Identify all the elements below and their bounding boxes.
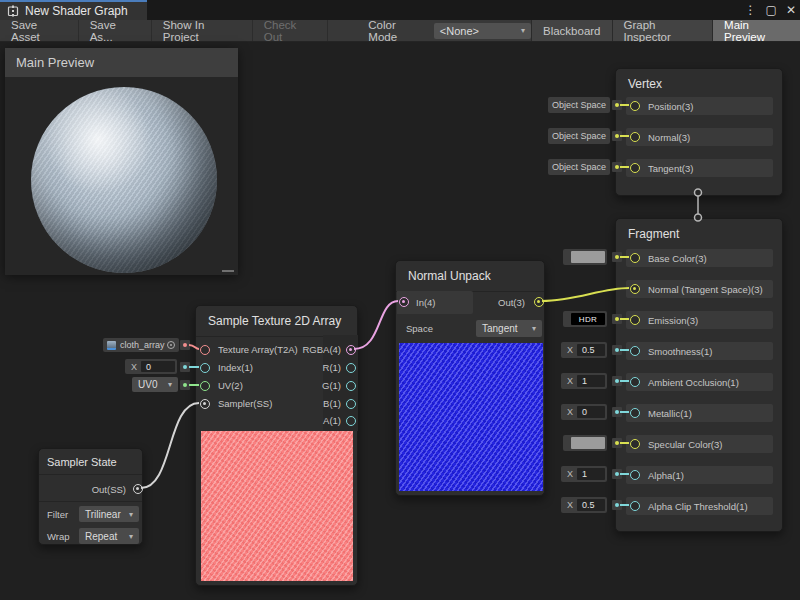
node-sample-texture-2d-array[interactable]: Sample Texture 2D Array Texture Array(T2… — [195, 305, 358, 586]
port-specular-color[interactable] — [630, 439, 640, 449]
port-rgba[interactable] — [346, 345, 356, 355]
port-normal-tangent-space[interactable] — [630, 284, 640, 294]
port-emission[interactable] — [630, 315, 640, 325]
row-label: Base Color(3) — [648, 253, 707, 264]
value-field[interactable]: 0.5 — [577, 499, 605, 511]
ambient-occlusion-default-input[interactable]: X1 — [561, 373, 607, 389]
title-bar: New Shader Graph ⋮ ▢ ✕ — [0, 0, 800, 20]
binding-dot — [612, 407, 622, 417]
main-preview-button[interactable]: Main Preview — [712, 20, 800, 41]
port-position[interactable] — [630, 101, 640, 111]
port-texture-array[interactable] — [200, 345, 210, 355]
port-out[interactable] — [534, 297, 544, 307]
port-r[interactable] — [346, 363, 356, 373]
binding-dot — [180, 340, 190, 350]
main-preview-panel[interactable]: Main Preview — [5, 48, 238, 275]
uv-channel-dropdown[interactable]: UV0 — [132, 377, 178, 392]
position-space-binding[interactable]: Object Space — [548, 97, 610, 113]
base-color-swatch[interactable] — [563, 249, 607, 265]
shader-graph-icon — [7, 5, 19, 17]
maximize-icon[interactable]: ▢ — [766, 3, 777, 17]
port-out-ss[interactable] — [133, 484, 143, 494]
object-picker-icon[interactable] — [167, 341, 175, 349]
tangent-space-binding[interactable]: Object Space — [548, 159, 610, 175]
row-label: Alpha(1) — [648, 470, 684, 481]
node-sampler-state[interactable]: Sampler State Out(SS) Filter Trilinear W… — [38, 448, 143, 545]
graph-canvas[interactable]: Main Preview Vertex Position(3) Normal(3… — [0, 42, 800, 600]
binding-dot — [180, 380, 190, 390]
node-title: Fragment — [616, 219, 782, 247]
value-field[interactable]: 1 — [577, 468, 605, 480]
binding-dot — [612, 162, 622, 172]
alpha-default-input[interactable]: X1 — [561, 466, 607, 482]
row-label: RGBA(4) — [302, 344, 341, 355]
value-field[interactable]: 0 — [141, 361, 175, 372]
sample-texture-preview — [201, 431, 353, 581]
binding-dot — [612, 100, 622, 110]
index-default-input[interactable]: X 0 — [125, 359, 177, 374]
port-sampler[interactable] — [200, 399, 210, 409]
node-vertex[interactable]: Vertex Position(3) Normal(3) Tangent(3) — [615, 68, 783, 196]
hdr-color-field[interactable]: HDR — [571, 313, 605, 325]
graph-inspector-button[interactable]: Graph Inspector — [612, 20, 713, 41]
texture-array-property-chip[interactable]: cloth_array — [103, 338, 179, 352]
row-label: B(1) — [323, 398, 341, 409]
normal-space-binding[interactable]: Object Space — [548, 128, 610, 144]
port-base-color[interactable] — [630, 253, 640, 263]
emission-hdr-field[interactable]: HDR — [563, 311, 607, 327]
preview-resize-handle[interactable] — [222, 270, 234, 272]
port-alpha-clip-threshold[interactable] — [630, 501, 640, 511]
port-uv[interactable] — [200, 381, 210, 391]
port-metallic[interactable] — [630, 408, 640, 418]
row-label: Ambient Occlusion(1) — [648, 377, 739, 388]
port-alpha[interactable] — [630, 470, 640, 480]
row-label: G(1) — [322, 380, 341, 391]
binding-dot — [612, 438, 622, 448]
menu-icon[interactable]: ⋮ — [745, 3, 757, 17]
divider — [39, 501, 142, 502]
space-label: Space — [406, 323, 433, 334]
show-in-project-button[interactable]: Show In Project — [152, 20, 253, 41]
smoothness-default-input[interactable]: X0.5 — [561, 342, 607, 358]
check-out-button[interactable]: Check Out — [253, 20, 329, 41]
specular-color-swatch[interactable] — [563, 435, 607, 451]
value-field[interactable]: 0 — [577, 406, 605, 418]
filter-dropdown[interactable]: Trilinear — [79, 506, 139, 522]
value-field[interactable]: 0.5 — [577, 344, 605, 356]
port-tangent[interactable] — [630, 163, 640, 173]
value-field[interactable]: 1 — [577, 375, 605, 387]
node-title: Vertex — [616, 69, 782, 97]
port-ambient-occlusion[interactable] — [630, 377, 640, 387]
port-g[interactable] — [346, 381, 356, 391]
blackboard-button[interactable]: Blackboard — [531, 20, 612, 41]
node-normal-unpack[interactable]: Normal Unpack In(4) Out(3) Space Tangent — [395, 260, 545, 496]
tab-new-shader-graph[interactable]: New Shader Graph — [0, 0, 147, 20]
filter-label: Filter — [47, 509, 68, 520]
binding-dot — [612, 345, 622, 355]
texture-asset-name: cloth_array — [120, 340, 165, 350]
wrap-dropdown[interactable]: Repeat — [79, 528, 139, 544]
row-label: Emission(3) — [648, 315, 698, 326]
node-fragment[interactable]: Fragment Base Color(3) Normal (Tangent S… — [615, 218, 783, 532]
port-a[interactable] — [346, 416, 356, 426]
wrap-label: Wrap — [47, 531, 70, 542]
color-swatch — [571, 251, 605, 263]
color-mode-dropdown[interactable]: <None> — [434, 23, 531, 39]
row-label: In(4) — [416, 297, 436, 308]
port-b[interactable] — [346, 399, 356, 409]
port-index[interactable] — [200, 363, 210, 373]
node-title: Sample Texture 2D Array — [196, 306, 357, 337]
space-dropdown[interactable]: Tangent — [476, 320, 542, 337]
row-label: Specular Color(3) — [648, 439, 722, 450]
row-label: A(1) — [323, 415, 341, 426]
save-as-button[interactable]: Save As... — [79, 20, 152, 41]
alpha-clip-default-input[interactable]: X0.5 — [561, 497, 607, 513]
close-icon[interactable]: ✕ — [786, 3, 796, 17]
port-in[interactable] — [399, 297, 409, 307]
main-preview-header[interactable]: Main Preview — [5, 48, 238, 77]
port-normal[interactable] — [630, 132, 640, 142]
save-asset-button[interactable]: Save Asset — [0, 20, 79, 41]
row-label: Alpha Clip Threshold(1) — [648, 501, 748, 512]
metallic-default-input[interactable]: X0 — [561, 404, 607, 420]
port-smoothness[interactable] — [630, 346, 640, 356]
